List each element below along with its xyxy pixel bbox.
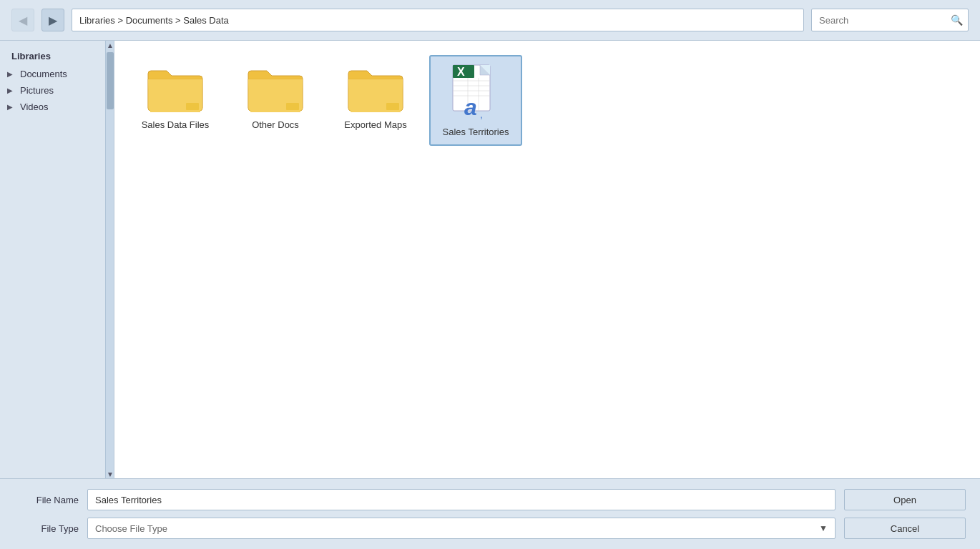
search-wrapper: 🔍 <box>811 9 969 31</box>
svg-rect-2 <box>386 103 399 110</box>
svg-text:,: , <box>480 109 483 120</box>
search-input[interactable] <box>811 9 969 31</box>
file-label: Sales Territories <box>443 127 509 137</box>
file-label: Exported Maps <box>344 119 406 130</box>
sidebar-header: Libraries <box>0 46 105 66</box>
bottom-form: File Name File Type Choose File Type ▼ O… <box>14 489 966 539</box>
file-label: Other Docs <box>252 119 299 130</box>
dropdown-arrow-icon: ▼ <box>819 523 828 533</box>
forward-button[interactable]: ▶ <box>41 9 64 31</box>
file-item-sales-data-files[interactable]: Sales Data Files <box>129 55 222 146</box>
svg-text:X: X <box>457 66 465 78</box>
expand-arrow-icon: ▶ <box>7 86 13 94</box>
scroll-thumb[interactable] <box>107 52 114 109</box>
expand-arrow-icon: ▶ <box>7 70 13 78</box>
filename-row: File Name <box>14 489 836 510</box>
filename-label: File Name <box>14 495 79 505</box>
back-button[interactable]: ◀ <box>11 9 34 31</box>
bottom-actions: Open Cancel <box>844 489 966 539</box>
back-icon: ◀ <box>19 14 27 27</box>
excel-file-icon: X a , <box>450 64 501 121</box>
svg-text:a: a <box>464 94 477 120</box>
filetype-label: File Type <box>14 523 79 534</box>
folder-icon <box>247 64 304 114</box>
file-browser: Sales Data Files Other Docs Exported Map… <box>114 41 980 478</box>
sidebar-item-documents[interactable]: ▶ Documents <box>0 66 105 82</box>
forward-icon: ▶ <box>49 14 57 27</box>
sidebar-item-videos[interactable]: ▶ Videos <box>0 99 105 115</box>
file-item-exported-maps[interactable]: Exported Maps <box>329 55 422 146</box>
file-item-other-docs[interactable]: Other Docs <box>229 55 322 146</box>
filetype-select[interactable]: Choose File Type ▼ <box>87 518 836 539</box>
sidebar-item-label: Pictures <box>20 85 54 96</box>
sidebar: Libraries ▶ Documents ▶ Pictures ▶ Video… <box>0 41 114 478</box>
file-label: Sales Data Files <box>142 119 210 130</box>
scroll-up-arrow[interactable]: ▲ <box>106 41 114 49</box>
sidebar-item-label: Documents <box>20 69 67 79</box>
bottom-bar: File Name File Type Choose File Type ▼ O… <box>0 478 980 549</box>
folder-icon <box>347 64 404 114</box>
main-area: Libraries ▶ Documents ▶ Pictures ▶ Video… <box>0 41 980 478</box>
filetype-select-text: Choose File Type <box>95 523 819 534</box>
folder-icon <box>147 64 204 114</box>
toolbar: ◀ ▶ 🔍 <box>0 0 980 41</box>
file-item-sales-territories[interactable]: X a , Sales Territories <box>429 55 522 146</box>
sidebar-scrollbar[interactable]: ▲ ▼ <box>105 41 114 478</box>
svg-rect-1 <box>286 103 299 110</box>
address-bar[interactable] <box>72 9 804 31</box>
sidebar-item-pictures[interactable]: ▶ Pictures <box>0 82 105 99</box>
sidebar-item-label: Videos <box>20 102 49 112</box>
open-button[interactable]: Open <box>844 489 966 510</box>
scroll-down-arrow[interactable]: ▼ <box>106 470 114 478</box>
svg-rect-0 <box>186 103 199 110</box>
filename-input[interactable] <box>87 489 836 510</box>
filetype-row: File Type Choose File Type ▼ <box>14 518 836 539</box>
expand-arrow-icon: ▶ <box>7 103 13 111</box>
cancel-button[interactable]: Cancel <box>844 518 966 539</box>
form-rows: File Name File Type Choose File Type ▼ <box>14 489 836 539</box>
